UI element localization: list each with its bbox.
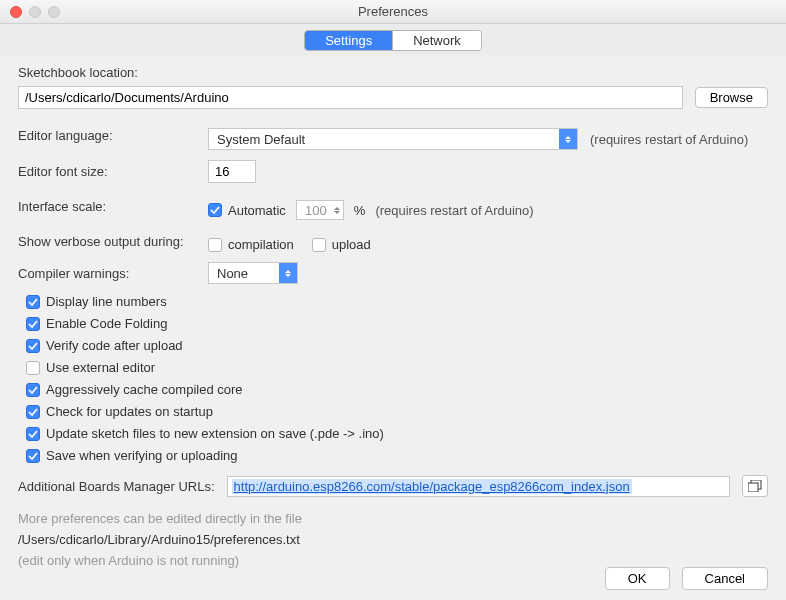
checkbox-icon [312,238,326,252]
interface-scale-label: Interface scale: [18,199,208,214]
line-numbers-checkbox[interactable]: Display line numbers [26,294,768,309]
checkbox-icon [26,405,40,419]
check-updates-checkbox[interactable]: Check for updates on startup [26,404,768,419]
checkbox-icon [26,317,40,331]
scale-stepper[interactable] [296,200,344,220]
window-title: Preferences [0,4,786,19]
scale-hint: (requires restart of Arduino) [375,203,533,218]
sketchbook-label: Sketchbook location: [18,65,768,80]
stepper-icon [331,201,343,219]
upload-label: upload [332,237,371,252]
svg-rect-1 [748,483,758,492]
line-numbers-label: Display line numbers [46,294,167,309]
save-verify-checkbox[interactable]: Save when verifying or uploading [26,448,768,463]
chevron-updown-icon [279,263,297,283]
editor-language-select[interactable]: System Default [208,128,578,150]
chevron-updown-icon [559,129,577,149]
verify-upload-checkbox[interactable]: Verify code after upload [26,338,768,353]
compilation-label: compilation [228,237,294,252]
checkbox-icon [26,295,40,309]
checkbox-icon [208,203,222,217]
sketchbook-path-input[interactable] [18,86,683,109]
cancel-button[interactable]: Cancel [682,567,768,590]
compilation-checkbox[interactable]: compilation [208,237,294,252]
verify-upload-label: Verify code after upload [46,338,183,353]
editor-language-hint: (requires restart of Arduino) [590,132,748,147]
compiler-warnings-value: None [209,266,279,281]
check-updates-label: Check for updates on startup [46,404,213,419]
automatic-label: Automatic [228,203,286,218]
checkbox-icon [26,427,40,441]
update-ext-checkbox[interactable]: Update sketch files to new extension on … [26,426,768,441]
tab-settings[interactable]: Settings [305,31,392,50]
prefs-file-path[interactable]: /Users/cdicarlo/Library/Arduino15/prefer… [18,530,768,551]
more-prefs-line1: More preferences can be edited directly … [18,509,768,530]
boards-url-label: Additional Boards Manager URLs: [18,479,215,494]
checkbox-icon [208,238,222,252]
external-editor-checkbox[interactable]: Use external editor [26,360,768,375]
automatic-checkbox[interactable]: Automatic [208,203,286,218]
editor-language-label: Editor language: [18,128,208,143]
save-verify-label: Save when verifying or uploading [46,448,238,463]
tab-bar: Settings Network [0,24,786,55]
checkbox-icon [26,339,40,353]
cache-core-checkbox[interactable]: Aggressively cache compiled core [26,382,768,397]
scale-value[interactable] [297,203,331,218]
font-size-input[interactable] [208,160,256,183]
checkbox-icon [26,383,40,397]
font-size-label: Editor font size: [18,164,208,179]
expand-urls-button[interactable] [742,475,768,497]
editor-language-value: System Default [209,132,559,147]
verbose-label: Show verbose output during: [18,234,208,249]
titlebar: Preferences [0,0,786,24]
window-icon [748,480,762,492]
compiler-warnings-label: Compiler warnings: [18,266,208,281]
boards-url-input[interactable]: http://arduino.esp8266.com/stable/packag… [227,476,730,497]
checkbox-icon [26,449,40,463]
boards-url-value: http://arduino.esp8266.com/stable/packag… [232,479,632,494]
compiler-warnings-select[interactable]: None [208,262,298,284]
ok-button[interactable]: OK [605,567,670,590]
cache-core-label: Aggressively cache compiled core [46,382,243,397]
browse-button[interactable]: Browse [695,87,768,108]
external-editor-label: Use external editor [46,360,155,375]
code-folding-checkbox[interactable]: Enable Code Folding [26,316,768,331]
code-folding-label: Enable Code Folding [46,316,167,331]
checkbox-icon [26,361,40,375]
upload-checkbox[interactable]: upload [312,237,371,252]
percent-label: % [354,203,366,218]
update-ext-label: Update sketch files to new extension on … [46,426,384,441]
tab-network[interactable]: Network [392,31,481,50]
